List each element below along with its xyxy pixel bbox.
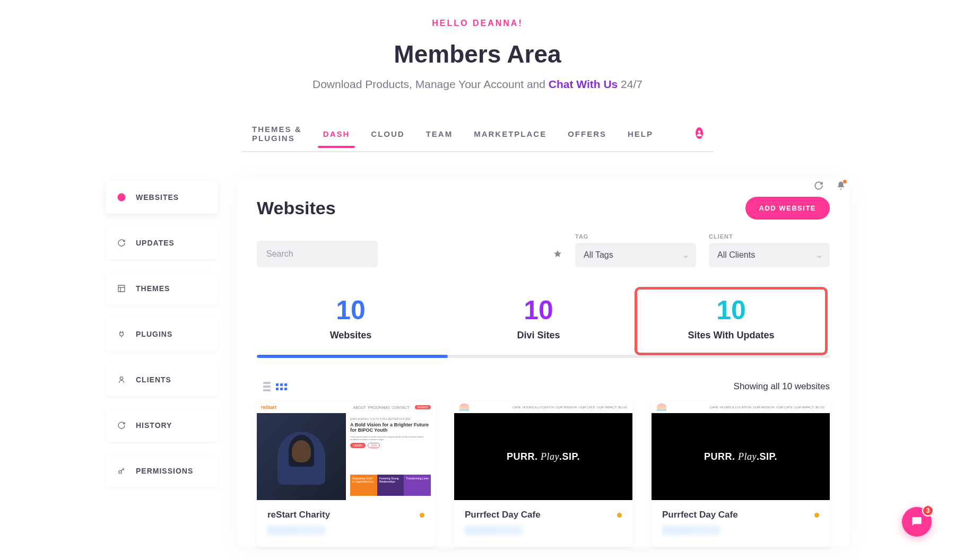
sidebar-item-label: PLUGINS [136,330,172,338]
tab-help[interactable]: HELP [628,122,653,147]
page-header: HELLO DEANNA! Members Area Download Prod… [0,0,955,91]
stat-sites-with-updates[interactable]: 10 Sites With Updates [635,287,828,355]
sidebar-item-label: PERMISSIONS [136,467,193,475]
stat-label: Divi Sites [445,330,632,341]
sidebar-item-label: WEBSITES [136,193,179,202]
stat-divi-sites[interactable]: 10 Divi Sites [445,290,632,353]
subtitle-post: 24/7 [618,78,643,90]
thumb-logo: reStart [261,405,276,410]
filter-label: TAG [575,233,696,240]
results-count: Showing all 10 websites [734,381,830,392]
svg-point-7 [120,377,123,380]
website-card[interactable]: CAFE HOURS & LOCATION OUR MISSION OUR CA… [652,401,830,547]
client-select[interactable]: All Clients ⌵ [709,243,830,267]
globe-icon [117,192,126,202]
website-grid: reStartABOUT PROGRAMS CONTACTDONATE EMPO… [257,401,830,547]
list-view-icon[interactable] [263,382,271,391]
client-selected-value: All Clients [717,250,755,260]
svg-point-8 [119,470,121,473]
refresh-icon [117,238,126,248]
tab-team[interactable]: TEAM [426,122,453,147]
tag-filter: TAG All Tags ⌵ [575,233,696,267]
refresh-icon[interactable] [814,181,823,192]
layout-icon [117,284,126,293]
status-dot [814,513,819,518]
chat-with-us-link[interactable]: Chat With Us [549,78,618,90]
svg-point-0 [698,130,701,133]
main-panel: Websites ADD WEBSITE TAG All Tags ⌵ C [238,179,849,547]
website-url-blurred [662,526,720,535]
view-toggle [263,382,287,391]
sidebar-item-updates[interactable]: UPDATES [106,226,218,259]
tab-marketplace[interactable]: MARKETPLACE [474,122,546,147]
status-dot [420,513,424,518]
page-title: Members Area [0,40,955,68]
sidebar-item-websites[interactable]: WEBSITES [106,181,218,214]
utility-icons [814,181,846,192]
user-icon [117,375,126,384]
refresh-icon [117,421,126,430]
tab-offers[interactable]: OFFERS [568,122,606,147]
active-stat-indicator [257,355,448,358]
website-thumbnail: CAFE HOURS & LOCATION OUR MISSION OUR CA… [652,401,830,500]
sidebar-item-plugins[interactable]: PLUGINS [106,318,218,351]
sidebar-item-themes[interactable]: THEMES [106,272,218,305]
website-card[interactable]: CAFE HOURS & LOCATION OUR MISSION OUR CA… [454,401,632,547]
greeting-text: HELLO DEANNA! [0,19,955,28]
grid-view-icon[interactable] [276,383,287,390]
add-website-button[interactable]: ADD WEBSITE [745,197,830,220]
website-url-blurred [465,526,523,535]
bell-icon[interactable] [836,181,846,192]
key-icon [117,466,126,476]
filter-label: CLIENT [709,233,830,240]
svg-rect-4 [118,285,125,292]
sidebar-item-label: HISTORY [136,421,172,430]
dashboard-container: WEBSITES UPDATES THEMES PLUGINS [106,179,849,547]
tag-selected-value: All Tags [584,250,613,260]
sidebar-item-label: UPDATES [136,239,175,247]
sidebar-item-label: CLIENTS [136,375,171,384]
stat-label: Sites With Updates [637,330,825,341]
sidebar-item-history[interactable]: HISTORY [106,409,218,442]
star-icon[interactable] [553,249,562,261]
chevron-down-icon: ⌵ [817,251,821,259]
website-name: reStart Charity [267,510,330,520]
stats-row: 10 Websites 10 Divi Sites 10 Sites With … [257,290,830,353]
tab-dash[interactable]: DASH [323,122,350,147]
status-dot [617,513,622,518]
panel-title: Websites [257,198,336,218]
notification-dot [843,180,847,183]
account-icon[interactable] [696,127,703,139]
tab-cloud[interactable]: CLOUD [371,122,404,147]
website-card[interactable]: reStartABOUT PROGRAMS CONTACTDONATE EMPO… [257,401,435,547]
client-filter: CLIENT All Clients ⌵ [709,233,830,267]
sidebar: WEBSITES UPDATES THEMES PLUGINS [106,181,218,547]
results-header: Showing all 10 websites [257,381,830,392]
chat-badge: 3 [922,505,934,517]
top-navigation: THEMES & PLUGINS DASH CLOUD TEAM MARKETP… [241,117,714,152]
stat-number: 10 [445,297,632,323]
chat-launcher[interactable]: 3 [902,507,932,537]
stat-label: Websites [257,330,445,341]
stat-number: 10 [257,297,445,323]
tab-themes-plugins[interactable]: THEMES & PLUGINS [252,117,302,151]
website-thumbnail: CAFE HOURS & LOCATION OUR MISSION OUR CA… [454,401,632,500]
website-name: Purrfect Day Cafe [465,510,541,520]
search-input[interactable] [257,241,378,267]
stat-number: 10 [637,297,825,323]
website-thumbnail: reStartABOUT PROGRAMS CONTACTDONATE EMPO… [257,401,435,500]
thumb-logo [459,404,469,411]
sidebar-item-clients[interactable]: CLIENTS [106,363,218,396]
subtitle-pre: Download Products, Manage Your Account a… [312,78,549,90]
stat-websites[interactable]: 10 Websites [257,290,445,353]
thumb-headline: A Bold Vision for a Brighter Future for … [350,423,431,433]
sidebar-item-label: THEMES [136,284,170,293]
website-name: Purrfect Day Cafe [662,510,738,520]
filter-row: TAG All Tags ⌵ CLIENT All Clients ⌵ [257,233,830,267]
sidebar-item-permissions[interactable]: PERMISSIONS [106,454,218,487]
page-subtitle: Download Products, Manage Your Account a… [0,78,955,91]
plug-icon [117,329,126,339]
thumb-logo [657,404,666,411]
tag-select[interactable]: All Tags ⌵ [575,243,696,267]
website-url-blurred [267,526,326,535]
